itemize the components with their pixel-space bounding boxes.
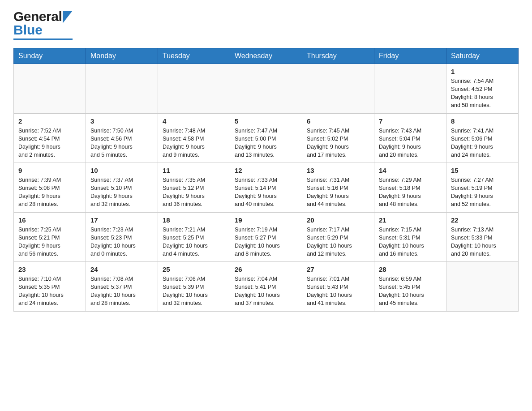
day-info: Sunrise: 7:04 AMSunset: 5:41 PMDaylight:… bbox=[235, 275, 297, 308]
page-header: General Blue bbox=[13, 9, 519, 40]
calendar-cell: 12Sunrise: 7:33 AMSunset: 5:14 PMDayligh… bbox=[230, 163, 302, 213]
day-info: Sunrise: 7:43 AMSunset: 5:04 PMDaylight:… bbox=[379, 127, 442, 159]
calendar-cell: 13Sunrise: 7:31 AMSunset: 5:16 PMDayligh… bbox=[302, 163, 374, 213]
calendar-week-row: 16Sunrise: 7:25 AMSunset: 5:21 PMDayligh… bbox=[14, 212, 519, 262]
weekday-header-wednesday: Wednesday bbox=[230, 48, 302, 64]
day-info: Sunrise: 7:23 AMSunset: 5:23 PMDaylight:… bbox=[90, 226, 153, 258]
day-info: Sunrise: 7:48 AMSunset: 4:58 PMDaylight:… bbox=[163, 127, 225, 159]
calendar-cell bbox=[158, 64, 230, 114]
calendar-table: SundayMondayTuesdayWednesdayThursdayFrid… bbox=[13, 48, 519, 312]
calendar-cell bbox=[86, 64, 158, 114]
calendar-cell: 18Sunrise: 7:21 AMSunset: 5:25 PMDayligh… bbox=[158, 212, 230, 262]
calendar-cell bbox=[446, 262, 519, 312]
calendar-cell: 28Sunrise: 6:59 AMSunset: 5:45 PMDayligh… bbox=[374, 262, 446, 312]
calendar-cell bbox=[230, 64, 302, 114]
day-number: 26 bbox=[235, 265, 297, 273]
day-info: Sunrise: 7:39 AMSunset: 5:08 PMDaylight:… bbox=[18, 176, 81, 209]
day-number: 15 bbox=[451, 167, 514, 174]
weekday-header-sunday: Sunday bbox=[14, 48, 86, 64]
calendar-cell: 14Sunrise: 7:29 AMSunset: 5:18 PMDayligh… bbox=[374, 163, 446, 213]
weekday-header-thursday: Thursday bbox=[302, 48, 374, 64]
day-info: Sunrise: 7:13 AMSunset: 5:33 PMDaylight:… bbox=[451, 226, 514, 258]
day-info: Sunrise: 7:25 AMSunset: 5:21 PMDaylight:… bbox=[18, 226, 81, 258]
day-number: 4 bbox=[163, 117, 225, 125]
day-info: Sunrise: 7:10 AMSunset: 5:35 PMDaylight:… bbox=[18, 275, 81, 308]
calendar-cell: 5Sunrise: 7:47 AMSunset: 5:00 PMDaylight… bbox=[230, 113, 302, 163]
day-number: 16 bbox=[18, 216, 81, 224]
day-info: Sunrise: 7:47 AMSunset: 5:00 PMDaylight:… bbox=[235, 127, 297, 159]
day-number: 18 bbox=[163, 216, 225, 224]
weekday-header-monday: Monday bbox=[86, 48, 158, 64]
day-info: Sunrise: 7:17 AMSunset: 5:29 PMDaylight:… bbox=[307, 226, 369, 258]
logo-blue-text: Blue bbox=[13, 22, 43, 37]
day-number: 21 bbox=[379, 216, 442, 224]
day-info: Sunrise: 7:19 AMSunset: 5:27 PMDaylight:… bbox=[235, 226, 297, 258]
day-number: 22 bbox=[451, 216, 514, 224]
day-number: 12 bbox=[235, 167, 297, 174]
day-number: 25 bbox=[163, 265, 225, 273]
day-number: 3 bbox=[90, 117, 153, 125]
logo-triangle-icon bbox=[63, 11, 73, 23]
calendar-cell bbox=[14, 64, 86, 114]
calendar-week-row: 23Sunrise: 7:10 AMSunset: 5:35 PMDayligh… bbox=[14, 262, 519, 312]
calendar-cell: 3Sunrise: 7:50 AMSunset: 4:56 PMDaylight… bbox=[86, 113, 158, 163]
calendar-cell: 22Sunrise: 7:13 AMSunset: 5:33 PMDayligh… bbox=[446, 212, 519, 262]
svg-marker-0 bbox=[63, 11, 73, 23]
day-number: 9 bbox=[18, 167, 81, 174]
calendar-cell: 27Sunrise: 7:01 AMSunset: 5:43 PMDayligh… bbox=[302, 262, 374, 312]
day-info: Sunrise: 7:08 AMSunset: 5:37 PMDaylight:… bbox=[90, 275, 153, 308]
calendar-week-row: 2Sunrise: 7:52 AMSunset: 4:54 PMDaylight… bbox=[14, 113, 519, 163]
logo-underline bbox=[13, 39, 73, 40]
day-info: Sunrise: 7:37 AMSunset: 5:10 PMDaylight:… bbox=[90, 176, 153, 209]
calendar-cell: 25Sunrise: 7:06 AMSunset: 5:39 PMDayligh… bbox=[158, 262, 230, 312]
calendar-cell: 20Sunrise: 7:17 AMSunset: 5:29 PMDayligh… bbox=[302, 212, 374, 262]
day-info: Sunrise: 7:06 AMSunset: 5:39 PMDaylight:… bbox=[163, 275, 225, 308]
calendar-body: 1Sunrise: 7:54 AMSunset: 4:52 PMDaylight… bbox=[14, 64, 519, 312]
weekday-header-saturday: Saturday bbox=[446, 48, 519, 64]
day-number: 5 bbox=[235, 117, 297, 125]
day-info: Sunrise: 7:01 AMSunset: 5:43 PMDaylight:… bbox=[307, 275, 369, 308]
day-info: Sunrise: 7:35 AMSunset: 5:12 PMDaylight:… bbox=[163, 176, 225, 209]
calendar-week-row: 1Sunrise: 7:54 AMSunset: 4:52 PMDaylight… bbox=[14, 64, 519, 114]
calendar-week-row: 9Sunrise: 7:39 AMSunset: 5:08 PMDaylight… bbox=[14, 163, 519, 213]
calendar-cell: 19Sunrise: 7:19 AMSunset: 5:27 PMDayligh… bbox=[230, 212, 302, 262]
calendar-cell bbox=[374, 64, 446, 114]
day-number: 14 bbox=[379, 167, 442, 174]
calendar-cell: 16Sunrise: 7:25 AMSunset: 5:21 PMDayligh… bbox=[14, 212, 86, 262]
calendar-cell: 7Sunrise: 7:43 AMSunset: 5:04 PMDaylight… bbox=[374, 113, 446, 163]
calendar-cell: 4Sunrise: 7:48 AMSunset: 4:58 PMDaylight… bbox=[158, 113, 230, 163]
day-info: Sunrise: 7:31 AMSunset: 5:16 PMDaylight:… bbox=[307, 176, 369, 209]
day-number: 1 bbox=[451, 68, 514, 75]
day-info: Sunrise: 7:27 AMSunset: 5:19 PMDaylight:… bbox=[451, 176, 514, 209]
day-number: 8 bbox=[451, 117, 514, 125]
weekday-header-friday: Friday bbox=[374, 48, 446, 64]
calendar-cell: 15Sunrise: 7:27 AMSunset: 5:19 PMDayligh… bbox=[446, 163, 519, 213]
logo: General Blue bbox=[13, 9, 73, 40]
day-number: 17 bbox=[90, 216, 153, 224]
calendar-cell: 8Sunrise: 7:41 AMSunset: 5:06 PMDaylight… bbox=[446, 113, 519, 163]
day-number: 10 bbox=[90, 167, 153, 174]
day-number: 7 bbox=[379, 117, 442, 125]
day-number: 24 bbox=[90, 265, 153, 273]
day-number: 13 bbox=[307, 167, 369, 174]
calendar-cell: 23Sunrise: 7:10 AMSunset: 5:35 PMDayligh… bbox=[14, 262, 86, 312]
day-info: Sunrise: 7:15 AMSunset: 5:31 PMDaylight:… bbox=[379, 226, 442, 258]
day-number: 28 bbox=[379, 265, 442, 273]
weekday-header-row: SundayMondayTuesdayWednesdayThursdayFrid… bbox=[14, 48, 519, 64]
day-number: 6 bbox=[307, 117, 369, 125]
day-number: 11 bbox=[163, 167, 225, 174]
calendar-cell: 2Sunrise: 7:52 AMSunset: 4:54 PMDaylight… bbox=[14, 113, 86, 163]
calendar-cell: 10Sunrise: 7:37 AMSunset: 5:10 PMDayligh… bbox=[86, 163, 158, 213]
day-info: Sunrise: 7:45 AMSunset: 5:02 PMDaylight:… bbox=[307, 127, 369, 159]
calendar-cell: 21Sunrise: 7:15 AMSunset: 5:31 PMDayligh… bbox=[374, 212, 446, 262]
day-number: 20 bbox=[307, 216, 369, 224]
calendar-cell bbox=[302, 64, 374, 114]
day-info: Sunrise: 6:59 AMSunset: 5:45 PMDaylight:… bbox=[379, 275, 442, 308]
day-info: Sunrise: 7:50 AMSunset: 4:56 PMDaylight:… bbox=[90, 127, 153, 159]
day-info: Sunrise: 7:29 AMSunset: 5:18 PMDaylight:… bbox=[379, 176, 442, 209]
day-info: Sunrise: 7:41 AMSunset: 5:06 PMDaylight:… bbox=[451, 127, 514, 159]
day-number: 27 bbox=[307, 265, 369, 273]
calendar-cell: 1Sunrise: 7:54 AMSunset: 4:52 PMDaylight… bbox=[446, 64, 519, 114]
logo-general-text: General bbox=[13, 9, 62, 24]
weekday-header-tuesday: Tuesday bbox=[158, 48, 230, 64]
